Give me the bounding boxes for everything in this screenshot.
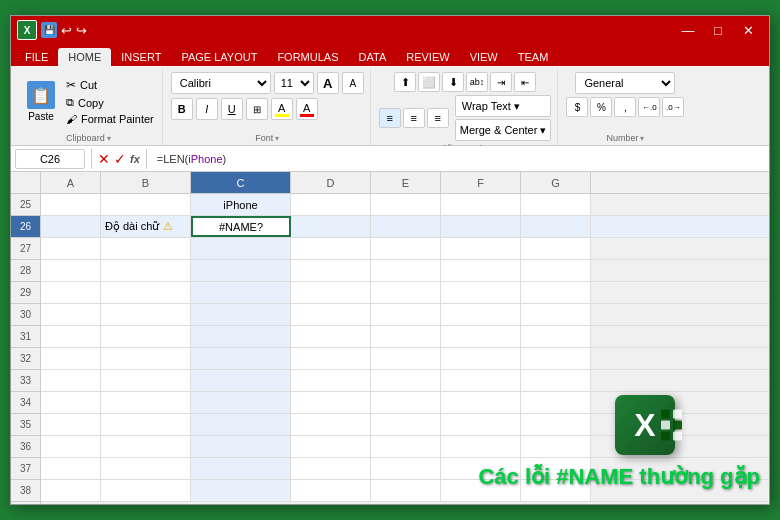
font-name-select[interactable]: Calibri <box>171 72 271 94</box>
border-button[interactable]: ⊞ <box>246 98 268 120</box>
cell-g27[interactable] <box>521 238 591 259</box>
cell-b35[interactable] <box>101 414 191 435</box>
cell-b29[interactable] <box>101 282 191 303</box>
cell-f35[interactable] <box>441 414 521 435</box>
cell-a37[interactable] <box>41 458 101 479</box>
cell-e28[interactable] <box>371 260 441 281</box>
comma-button[interactable]: , <box>614 97 636 117</box>
cell-e37[interactable] <box>371 458 441 479</box>
align-bottom-button[interactable]: ⬇ <box>442 72 464 92</box>
tab-team[interactable]: TEAM <box>508 48 559 66</box>
cell-c29[interactable] <box>191 282 291 303</box>
tab-formulas[interactable]: FORMULAS <box>267 48 348 66</box>
cell-g29[interactable] <box>521 282 591 303</box>
cell-a35[interactable] <box>41 414 101 435</box>
cancel-formula-button[interactable]: ✕ <box>98 151 110 167</box>
tab-file[interactable]: FILE <box>15 48 58 66</box>
cell-b30[interactable] <box>101 304 191 325</box>
close-button[interactable]: ✕ <box>733 16 763 44</box>
tab-view[interactable]: VIEW <box>460 48 508 66</box>
cell-f28[interactable] <box>441 260 521 281</box>
cell-c28[interactable] <box>191 260 291 281</box>
cell-e35[interactable] <box>371 414 441 435</box>
cell-c31[interactable] <box>191 326 291 347</box>
cell-a30[interactable] <box>41 304 101 325</box>
cell-g36[interactable] <box>521 436 591 457</box>
cell-e27[interactable] <box>371 238 441 259</box>
cell-a28[interactable] <box>41 260 101 281</box>
cell-d25[interactable] <box>291 194 371 215</box>
cell-f38[interactable] <box>441 480 521 501</box>
copy-button[interactable]: ⧉ Copy <box>64 95 156 110</box>
cell-b34[interactable] <box>101 392 191 413</box>
cell-d37[interactable] <box>291 458 371 479</box>
decrease-font-button[interactable]: A <box>342 72 364 94</box>
italic-button[interactable]: I <box>196 98 218 120</box>
cell-d36[interactable] <box>291 436 371 457</box>
cell-a26[interactable] <box>41 216 101 237</box>
cell-c33[interactable] <box>191 370 291 391</box>
cell-a29[interactable] <box>41 282 101 303</box>
cell-c38[interactable] <box>191 480 291 501</box>
cell-f29[interactable] <box>441 282 521 303</box>
cell-c25[interactable]: iPhone <box>191 194 291 215</box>
cell-e30[interactable] <box>371 304 441 325</box>
cell-g32[interactable] <box>521 348 591 369</box>
cell-g25[interactable] <box>521 194 591 215</box>
cell-b25[interactable] <box>101 194 191 215</box>
cell-f27[interactable] <box>441 238 521 259</box>
cell-d34[interactable] <box>291 392 371 413</box>
cell-g33[interactable] <box>521 370 591 391</box>
cell-f26[interactable] <box>441 216 521 237</box>
cell-b37[interactable] <box>101 458 191 479</box>
cell-e36[interactable] <box>371 436 441 457</box>
align-middle-button[interactable]: ⬜ <box>418 72 440 92</box>
cell-a34[interactable] <box>41 392 101 413</box>
tab-insert[interactable]: INSERT <box>111 48 171 66</box>
cell-e29[interactable] <box>371 282 441 303</box>
indent-increase-button[interactable]: ⇥ <box>490 72 512 92</box>
tab-review[interactable]: REVIEW <box>396 48 459 66</box>
cell-d35[interactable] <box>291 414 371 435</box>
cell-c32[interactable] <box>191 348 291 369</box>
currency-button[interactable]: $ <box>566 97 588 117</box>
cell-g37[interactable] <box>521 458 591 479</box>
cell-f37[interactable] <box>441 458 521 479</box>
cell-a32[interactable] <box>41 348 101 369</box>
merge-center-button[interactable]: Merge & Center ▾ <box>455 119 552 141</box>
maximize-button[interactable]: □ <box>703 16 733 44</box>
undo-button[interactable]: ↩ <box>61 23 72 38</box>
cell-b26[interactable]: Độ dài chữ ⚠ <box>101 216 191 237</box>
cell-d32[interactable] <box>291 348 371 369</box>
cell-f32[interactable] <box>441 348 521 369</box>
number-arrow[interactable]: ▾ <box>640 134 644 143</box>
cell-f33[interactable] <box>441 370 521 391</box>
cell-g31[interactable] <box>521 326 591 347</box>
cell-b36[interactable] <box>101 436 191 457</box>
increase-decimal-button[interactable]: .0→ <box>662 97 684 117</box>
cell-e33[interactable] <box>371 370 441 391</box>
align-right-button[interactable]: ≡ <box>427 108 449 128</box>
cell-d33[interactable] <box>291 370 371 391</box>
cell-a25[interactable] <box>41 194 101 215</box>
cell-a36[interactable] <box>41 436 101 457</box>
cell-reference-box[interactable] <box>15 149 85 169</box>
minimize-button[interactable]: — <box>673 16 703 44</box>
cell-e38[interactable] <box>371 480 441 501</box>
cell-c30[interactable] <box>191 304 291 325</box>
cell-d28[interactable] <box>291 260 371 281</box>
increase-font-button[interactable]: A <box>317 72 339 94</box>
cut-button[interactable]: ✂ Cut <box>64 77 156 93</box>
bold-button[interactable]: B <box>171 98 193 120</box>
cell-f36[interactable] <box>441 436 521 457</box>
cell-b38[interactable] <box>101 480 191 501</box>
percent-button[interactable]: % <box>590 97 612 117</box>
cell-d38[interactable] <box>291 480 371 501</box>
cell-e26[interactable] <box>371 216 441 237</box>
tab-home[interactable]: HOME <box>58 48 111 66</box>
wrap-text-button[interactable]: Wrap Text ▾ <box>455 95 552 117</box>
cell-f30[interactable] <box>441 304 521 325</box>
save-button[interactable]: 💾 <box>41 22 57 38</box>
cell-c37[interactable] <box>191 458 291 479</box>
cell-g26[interactable] <box>521 216 591 237</box>
